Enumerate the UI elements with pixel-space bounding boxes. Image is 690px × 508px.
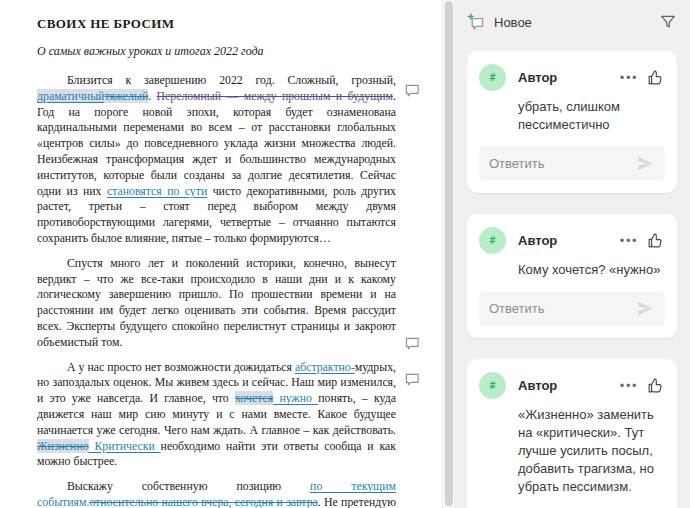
new-comment-icon [467,13,486,32]
thumbs-up-icon[interactable] [646,68,665,87]
new-comment-label: Новое [494,15,532,30]
doc-subtitle: О самых важных уроках и итогах 2022 года [37,44,396,59]
new-comment-button[interactable]: Новое [467,13,532,32]
hash-avatar-glyph: # [490,380,496,391]
text-run-n: А у нас просто нет возможности дожидатьс… [67,360,295,374]
text-run-ins: становятся по сути [107,184,207,198]
hash-avatar-glyph: # [490,72,496,83]
comment-text: «Жизненно» заменить на «критически». Тут… [518,406,665,496]
comment-card[interactable]: # Автор ••• Кому хочется? «нужно» Ответи… [467,214,677,338]
comment-author: Автор [518,378,557,393]
text-run-n: . Год на пороге новой эпохи, которая буд… [37,89,396,198]
panel-header: Новое [467,10,677,34]
send-icon[interactable] [636,300,655,317]
text-run-n: . [148,89,156,103]
reply-input[interactable]: Ответить [479,291,665,326]
comment-text: убрать, слишком пессиместично [518,98,665,134]
text-run-del: тяжелый [104,89,148,103]
text-run-ins: нужно [273,391,318,405]
text-run-ins: Критически [89,439,161,453]
app-window: СВОИХ НЕ БРОСИМ О самых важных уроках и … [0,0,690,508]
scrollbar-thumb[interactable] [445,1,453,506]
more-options-icon[interactable]: ••• [620,71,646,84]
comment-list: # Автор ••• убрать, слишком пессиместичн… [467,51,677,508]
thumbs-up-icon[interactable] [646,231,665,250]
text-run-del: Жизненно [37,439,89,453]
comment-card-header: # Автор ••• [479,64,665,91]
thumbs-up-icon[interactable] [646,376,665,395]
comment-card[interactable]: # Автор ••• «Жизненно» заменить на «крит… [467,359,677,508]
text-run-ins: драматичный [37,89,104,103]
avatar: # [479,372,506,399]
more-options-icon[interactable]: ••• [620,379,646,392]
filter-icon[interactable] [659,13,677,31]
more-options-icon[interactable]: ••• [620,234,646,247]
text-run-n: Близится к завершению 2022 год. Сложный,… [67,73,396,87]
comment-anchor-icon[interactable] [404,83,421,98]
doc-paragraph: Выскажу собственную позицию по текущим с… [37,479,396,508]
reply-input[interactable]: Ответить [479,146,665,181]
doc-paragraph: Близится к завершению 2022 год. Сложный,… [37,73,396,247]
comment-card-header: # Автор ••• [479,372,665,399]
comment-card[interactable]: # Автор ••• убрать, слишком пессиместичн… [467,51,677,193]
doc-paragraph: А у нас просто нет возможности дожидатьс… [37,360,396,471]
vertical-scrollbar[interactable] [442,0,454,508]
comment-anchor-icon[interactable] [404,372,421,387]
avatar: # [479,64,506,91]
reply-placeholder: Ответить [489,301,545,316]
text-run-del: относительно нашего вчера, сегодня и зав… [89,495,317,508]
reply-placeholder: Ответить [489,156,545,171]
comment-anchor-icon[interactable] [404,336,421,351]
comment-text: Кому хочется? «нужно» [518,261,665,279]
text-run-delp: Переломный — между прошлым и будущим [157,89,393,103]
text-run-del: хочется [235,391,273,405]
doc-body: Близится к завершению 2022 год. Сложный,… [37,73,396,508]
send-icon[interactable] [636,155,655,172]
hash-avatar-glyph: # [490,235,496,246]
comment-author: Автор [518,70,557,85]
comments-panel: Новое # Автор ••• убрать, слишком пессим… [454,0,690,508]
text-run-n: Выскажу собственную позицию [67,479,310,493]
avatar: # [479,227,506,254]
comment-author: Автор [518,233,557,248]
text-run-ins: абстрактно- [295,360,355,374]
document-page[interactable]: СВОИХ НЕ БРОСИМ О самых важных уроках и … [0,0,442,508]
doc-paragraph: Спустя много лет и поколений историки, к… [37,256,396,351]
text-run-n: Спустя много лет и поколений историки, к… [37,256,396,349]
comment-card-header: # Автор ••• [479,227,665,254]
doc-title: СВОИХ НЕ БРОСИМ [37,16,396,32]
